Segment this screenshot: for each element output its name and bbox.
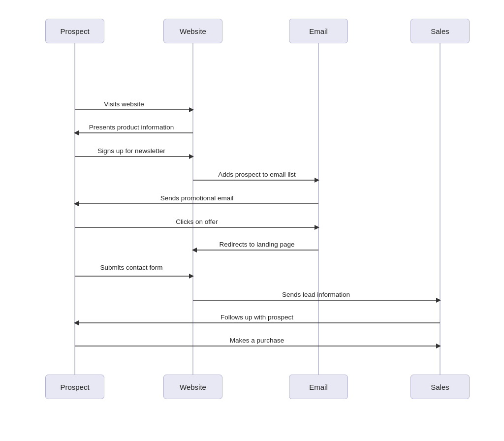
svg-text:Redirects to landing page: Redirects to landing page bbox=[219, 241, 294, 248]
svg-text:Follows up with prospect: Follows up with prospect bbox=[220, 314, 293, 321]
sequence-diagram: Visits website Presents product informat… bbox=[16, 19, 488, 422]
actor-email-top: Email bbox=[289, 19, 348, 43]
svg-marker-32 bbox=[74, 320, 79, 325]
actor-prospect-bottom: Prospect bbox=[45, 375, 104, 399]
svg-marker-29 bbox=[436, 298, 441, 303]
actor-sales-top: Sales bbox=[410, 19, 470, 43]
actor-sales-bottom: Sales bbox=[410, 375, 470, 399]
svg-marker-8 bbox=[74, 130, 79, 135]
svg-text:Submits contact form: Submits contact form bbox=[100, 264, 163, 271]
actor-email-bottom: Email bbox=[289, 375, 348, 399]
actor-website-bottom: Website bbox=[163, 375, 222, 399]
diagram-svg: Visits website Presents product informat… bbox=[16, 19, 488, 422]
svg-text:Visits website: Visits website bbox=[104, 100, 144, 108]
svg-marker-14 bbox=[315, 178, 319, 183]
svg-text:Sends lead information: Sends lead information bbox=[282, 291, 350, 298]
svg-text:Adds prospect to email list: Adds prospect to email list bbox=[218, 171, 296, 178]
svg-marker-5 bbox=[189, 107, 194, 112]
svg-marker-26 bbox=[189, 274, 194, 279]
svg-text:Signs up for newsletter: Signs up for newsletter bbox=[97, 147, 165, 155]
actor-prospect-top: Prospect bbox=[45, 19, 104, 43]
svg-marker-23 bbox=[192, 248, 197, 252]
svg-marker-35 bbox=[436, 344, 441, 348]
svg-text:Presents product information: Presents product information bbox=[89, 124, 174, 131]
svg-marker-11 bbox=[189, 154, 194, 159]
svg-marker-17 bbox=[74, 201, 79, 206]
svg-text:Makes a purchase: Makes a purchase bbox=[230, 337, 284, 344]
svg-text:Clicks on offer: Clicks on offer bbox=[176, 218, 218, 225]
svg-text:Sends promotional email: Sends promotional email bbox=[160, 194, 234, 202]
svg-marker-20 bbox=[315, 225, 319, 230]
actor-website-top: Website bbox=[163, 19, 222, 43]
